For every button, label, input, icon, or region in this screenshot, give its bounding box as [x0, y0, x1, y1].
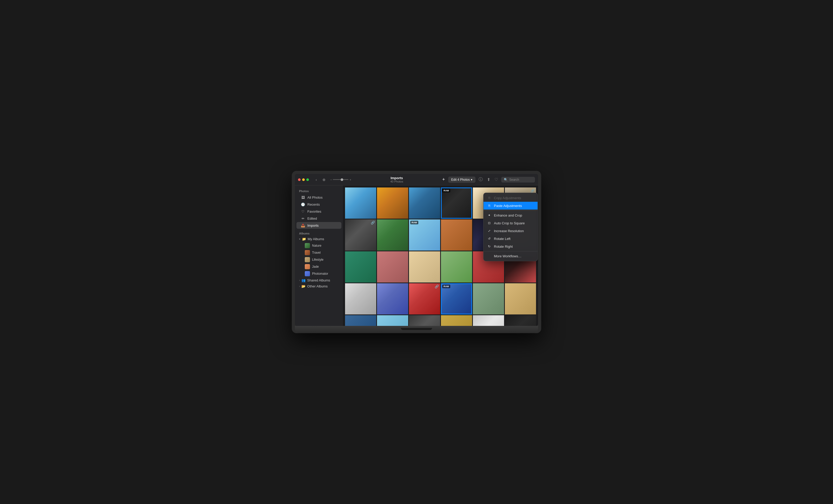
minimize-button[interactable] — [302, 178, 305, 181]
lifestyle-thumb — [305, 257, 310, 262]
copy-icon: ⎘ — [487, 196, 491, 200]
sidebar-item-edited[interactable]: ✏ Edited — [296, 215, 341, 222]
back-button[interactable]: ‹ — [313, 177, 319, 183]
photo-cell[interactable] — [441, 251, 472, 282]
menu-item-auto-crop[interactable]: ⊡ Auto Crop to Square — [483, 219, 538, 227]
photo-cell[interactable] — [377, 251, 408, 282]
increase-res-icon: ⤢ — [487, 229, 491, 233]
menu-item-paste[interactable]: ⎘ Paste Adjustments — [483, 202, 538, 209]
photo-cell[interactable] — [473, 283, 504, 314]
link-badge: 🔗 — [371, 221, 375, 225]
photo-cell[interactable] — [345, 283, 376, 314]
enhance-label: Enhance and Crop — [494, 213, 522, 217]
menu-item-increase-res[interactable]: ⤢ Increase Resolution — [483, 227, 538, 235]
photo-grid-container: RAW 🔗 🔗 — [343, 185, 538, 326]
my-albums-folder-icon: 📁 — [302, 237, 306, 241]
shared-albums-chevron: › — [299, 279, 300, 282]
copy-label: Copy Adjustments — [494, 196, 521, 200]
edit-photos-button[interactable]: Edit 4 Photos ▾ — [448, 177, 475, 183]
main-content: Photos 🖼 All Photos 🕐 Recents ♡ Favorite… — [295, 185, 538, 326]
search-box[interactable]: 🔍 Search — [501, 177, 535, 182]
photo-cell[interactable] — [345, 187, 376, 219]
zoom-minus[interactable]: − — [330, 178, 332, 181]
photo-cell[interactable]: RAW — [409, 220, 440, 251]
link-badge: 🔗 — [530, 189, 535, 193]
photos-section-label: Photos — [295, 188, 343, 194]
edited-icon: ✏ — [301, 216, 305, 221]
other-albums-folder-icon: 📂 — [302, 284, 306, 288]
photo-cell[interactable] — [441, 315, 472, 326]
photo-cell[interactable] — [377, 283, 408, 314]
sidebar-item-favorites[interactable]: ♡ Favorites — [296, 208, 341, 215]
shared-albums-group[interactable]: › 👥 Shared Albums — [295, 277, 343, 283]
more-label: More Workflows… — [494, 254, 521, 258]
raw-badge: RAW — [442, 189, 450, 193]
crop-button[interactable]: ⊕ — [321, 177, 327, 183]
close-button[interactable] — [298, 178, 301, 181]
nature-thumb — [305, 243, 310, 248]
photo-cell[interactable] — [505, 315, 536, 326]
nature-label: Nature — [312, 244, 322, 248]
auto-crop-label: Auto Crop to Square — [494, 221, 525, 225]
favorites-icon: ♡ — [301, 209, 305, 214]
sidebar-item-recents[interactable]: 🕐 Recents — [296, 201, 341, 208]
maximize-button[interactable] — [306, 178, 309, 181]
photo-cell[interactable] — [473, 315, 504, 326]
add-button[interactable]: + — [441, 177, 446, 182]
rotate-right-label: Rotate Right — [494, 245, 513, 249]
sidebar-album-lifestyle[interactable]: Lifestyle — [296, 256, 341, 263]
photo-cell[interactable] — [409, 187, 440, 219]
sidebar-album-travel[interactable]: Travel — [296, 249, 341, 256]
sidebar-item-imports[interactable]: 📥 Imports — [296, 222, 341, 229]
other-albums-group[interactable]: › 📂 Other Albums — [295, 283, 343, 289]
menu-item-rotate-right[interactable]: ↻ Rotate Right — [483, 243, 538, 250]
search-icon: 🔍 — [504, 178, 508, 181]
photo-cell[interactable] — [377, 315, 408, 326]
zoom-plus[interactable]: + — [350, 178, 351, 181]
titlebar: ‹ ⊕ − + Imports 40 Photos + — [295, 174, 538, 185]
sidebar-album-nature[interactable]: Nature — [296, 242, 341, 249]
other-albums-label: Other Albums — [307, 284, 328, 288]
laptop-notch — [401, 328, 432, 330]
raw-badge: RAW — [410, 221, 418, 224]
auto-crop-icon: ⊡ — [487, 221, 491, 225]
window-controls — [298, 178, 309, 181]
sidebar-album-jade[interactable]: Jade — [296, 263, 341, 270]
photo-cell[interactable] — [505, 283, 536, 314]
lifestyle-label: Lifestyle — [312, 258, 324, 261]
menu-separator-2 — [483, 251, 538, 251]
share-button[interactable]: ⬆ — [486, 177, 491, 182]
travel-thumb — [305, 250, 310, 255]
photomator-thumb — [305, 271, 310, 276]
photo-cell[interactable] — [345, 315, 376, 326]
menu-item-more[interactable]: More Workflows… — [483, 252, 538, 260]
photo-cell[interactable]: RAW — [441, 283, 472, 314]
photo-cell[interactable]: RAW — [441, 187, 472, 219]
menu-item-copy[interactable]: ⎘ Copy Adjustments — [483, 194, 538, 202]
photo-cell[interactable] — [409, 251, 440, 282]
my-albums-group[interactable]: ▾ 📁 My Albums — [295, 236, 343, 242]
zoom-slider[interactable] — [333, 179, 349, 180]
info-button[interactable]: ⓘ — [478, 177, 484, 182]
photo-cell[interactable]: 🔗 — [409, 283, 440, 314]
photo-cell[interactable] — [377, 187, 408, 219]
other-albums-chevron: › — [299, 285, 300, 288]
favorite-button[interactable]: ♡ — [493, 177, 499, 182]
link-badge: 🔗 — [435, 284, 439, 288]
photo-cell[interactable] — [345, 251, 376, 282]
rotate-right-icon: ↻ — [487, 244, 491, 249]
photo-cell[interactable] — [409, 315, 440, 326]
recents-icon: 🕐 — [301, 202, 305, 207]
sidebar-album-photomator[interactable]: Photomator — [296, 270, 341, 277]
my-albums-label: My Albums — [308, 237, 324, 241]
menu-item-enhance[interactable]: ✦ Enhance and Crop — [483, 211, 538, 219]
all-photos-icon: 🖼 — [301, 195, 305, 200]
photo-cell[interactable] — [377, 220, 408, 251]
photo-cell[interactable] — [441, 220, 472, 251]
imports-label: Imports — [307, 224, 318, 227]
recents-label: Recents — [307, 203, 320, 206]
sidebar-item-all-photos[interactable]: 🖼 All Photos — [296, 194, 341, 201]
menu-item-rotate-left[interactable]: ↺ Rotate Left — [483, 235, 538, 243]
photo-cell[interactable]: 🔗 — [345, 220, 376, 251]
paste-label: Paste Adjustments — [494, 204, 522, 208]
